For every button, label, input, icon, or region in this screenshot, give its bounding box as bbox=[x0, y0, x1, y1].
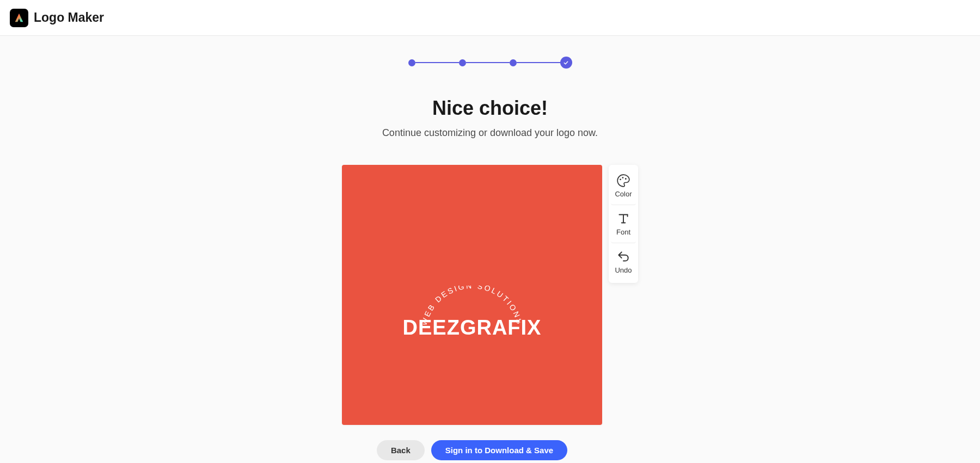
app-header: Logo Maker bbox=[0, 0, 980, 36]
undo-tool-label: Undo bbox=[615, 266, 632, 274]
logo-main-text: DEEZGRAFIX bbox=[403, 316, 542, 339]
text-icon bbox=[616, 212, 630, 226]
app-title: Logo Maker bbox=[34, 10, 104, 25]
palette-icon bbox=[616, 174, 630, 188]
color-tool-label: Color bbox=[615, 190, 632, 198]
color-tool-button[interactable]: Color bbox=[611, 167, 636, 205]
progress-step-1[interactable] bbox=[408, 59, 415, 66]
svg-point-1 bbox=[622, 177, 624, 178]
undo-tool-button[interactable]: Undo bbox=[611, 243, 636, 281]
main-content: Nice choice! Continue customizing or dow… bbox=[0, 36, 980, 460]
progress-bar bbox=[408, 57, 572, 69]
progress-step-3[interactable] bbox=[510, 59, 517, 66]
back-button[interactable]: Back bbox=[377, 440, 425, 460]
logo-content: WEB DESIGN SOLUTIONS DEEZGRAFIX bbox=[342, 165, 602, 425]
progress-step-2[interactable] bbox=[459, 59, 466, 66]
progress-line bbox=[517, 62, 560, 63]
svg-point-2 bbox=[625, 178, 627, 180]
svg-point-0 bbox=[620, 178, 621, 180]
logo-canvas[interactable]: WEB DESIGN SOLUTIONS DEEZGRAFIX bbox=[342, 165, 602, 425]
page-subheading: Continue customizing or download your lo… bbox=[382, 127, 598, 139]
canvas-wrapper: WEB DESIGN SOLUTIONS DEEZGRAFIX Back Sig… bbox=[342, 165, 602, 460]
progress-step-4-current[interactable] bbox=[560, 57, 572, 69]
action-buttons: Back Sign in to Download & Save bbox=[377, 440, 567, 460]
editor-area: WEB DESIGN SOLUTIONS DEEZGRAFIX Back Sig… bbox=[342, 165, 638, 460]
font-tool-button[interactable]: Font bbox=[611, 205, 636, 243]
editor-toolbar: Color Font Undo bbox=[609, 165, 638, 283]
checkmark-icon bbox=[563, 60, 569, 66]
page-heading: Nice choice! bbox=[432, 97, 548, 120]
app-logo-icon bbox=[10, 9, 28, 27]
progress-line bbox=[415, 62, 459, 63]
font-tool-label: Font bbox=[616, 228, 630, 236]
progress-line bbox=[466, 62, 510, 63]
undo-icon bbox=[616, 250, 630, 264]
adobe-express-icon bbox=[13, 12, 25, 24]
download-button[interactable]: Sign in to Download & Save bbox=[431, 440, 567, 460]
